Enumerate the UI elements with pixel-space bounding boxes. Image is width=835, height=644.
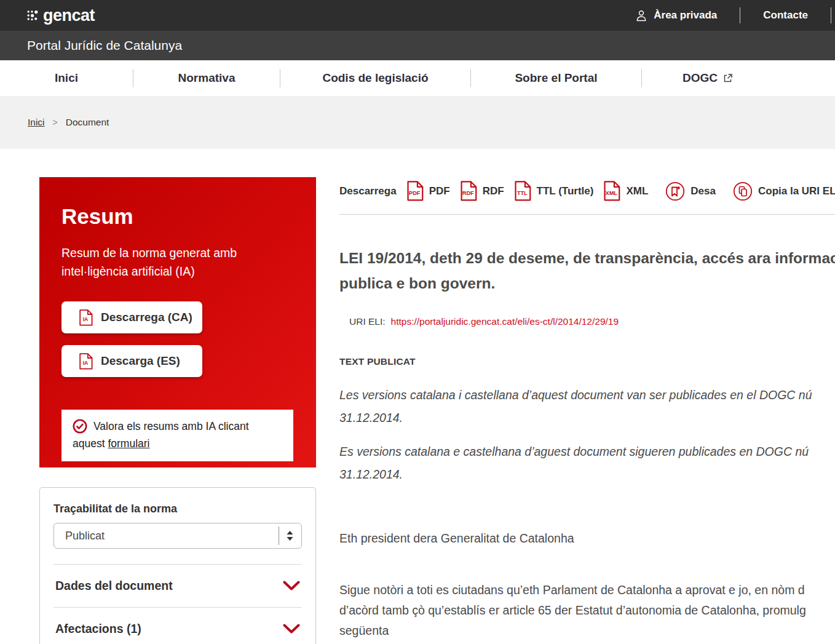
chevron-down-icon: [283, 581, 300, 591]
utility-separator: [831, 7, 831, 23]
nav-normativa[interactable]: Normativa: [133, 69, 280, 87]
svg-text:PDF: PDF: [409, 190, 421, 196]
external-link-icon: [723, 73, 733, 83]
paragraph-sigue: Sigue notòri a toti es ciutadans qu’eth …: [339, 580, 835, 641]
formulari-link[interactable]: formulari: [108, 437, 149, 450]
bookmark-add-icon: [665, 181, 685, 201]
download-pdf-link[interactable]: PDF PDF: [407, 181, 450, 201]
select-spinner[interactable]: [279, 527, 294, 545]
svg-text:RDF: RDF: [462, 190, 473, 196]
uri-eli-row: URI ELI:https://portaljuridic.gencat.cat…: [349, 316, 835, 327]
notice-aranese: Es versions catalana e castelhana d’ague…: [339, 440, 835, 486]
copy-icon: [733, 181, 753, 201]
ttl-file-icon: TTL: [515, 181, 531, 201]
breadcrumb-inici-link[interactable]: Inici: [28, 117, 45, 128]
area-privada-label: Àrea privada: [654, 9, 717, 22]
paragraph-president: Eth president dera Generalitat de Catalo…: [339, 531, 835, 546]
svg-text:IA: IA: [83, 360, 89, 366]
divider: [339, 214, 835, 215]
breadcrumb-current: Document: [66, 117, 109, 128]
valora-box: Valora els resums amb IA clicant aquest …: [61, 410, 293, 461]
desa-button[interactable]: Desa: [665, 181, 716, 201]
gencat-logo[interactable]: gencat: [27, 7, 95, 24]
nav-dogc[interactable]: DOGC: [642, 69, 774, 87]
site-title[interactable]: Portal Jurídic de Catalunya: [27, 38, 182, 53]
gencat-dots-icon: [27, 9, 39, 22]
user-icon: [635, 9, 647, 22]
svg-text:IA: IA: [83, 316, 89, 322]
tracabilitat-title: Traçabilitat de la norma: [53, 503, 302, 515]
resum-description: Resum de la norma generat amb intel·ligè…: [61, 244, 267, 280]
descarrega-ca-button[interactable]: IA Descarrega (CA): [61, 301, 202, 333]
svg-text:XML: XML: [606, 190, 618, 196]
notice-catalan: Les versions catalana i castellana d’aqu…: [339, 384, 835, 429]
resum-download-buttons: IA Descarrega (CA) IA Descarga (ES): [61, 301, 294, 377]
ia-file-icon: IA: [79, 309, 93, 326]
rdf-file-icon: RDF: [461, 181, 477, 201]
text-publicat-heading: TEXT PUBLICAT: [339, 356, 835, 367]
section-afectacions[interactable]: Afectacions (1): [53, 608, 302, 644]
resum-title: Resum: [61, 204, 294, 229]
site-title-bar: Portal Jurídic de Catalunya: [0, 31, 835, 60]
main-nav: Inici Normativa Codis de legislació Sobr…: [0, 60, 835, 96]
uri-eli-label: URI ELI:: [349, 316, 386, 327]
document-title: LEI 19/2014, deth 29 de deseme, de trans…: [339, 245, 835, 296]
chevron-down-icon: [283, 624, 300, 634]
main-content: Resum Resum de la norma generat amb inte…: [0, 149, 835, 644]
area-privada-link[interactable]: Àrea privada: [612, 9, 740, 22]
nav-codis-legislacio[interactable]: Codis de legislació: [280, 69, 471, 87]
pdf-file-icon: PDF: [407, 181, 424, 201]
gencat-logo-text: gencat: [43, 7, 95, 24]
breadcrumb: Inici > Document: [0, 96, 835, 149]
breadcrumb-chevron-icon: >: [53, 117, 58, 127]
estat-select[interactable]: Publicat: [53, 523, 302, 549]
select-arrows-icon: [286, 530, 294, 541]
contacte-link[interactable]: Contacte: [740, 9, 831, 22]
descarrega-label: Descarrega: [339, 185, 397, 197]
check-circle-icon: [73, 419, 87, 434]
ia-file-icon: IA: [79, 353, 93, 370]
download-ttl-link[interactable]: TTL TTL (Turtle): [515, 181, 594, 201]
estat-select-value: Publicat: [65, 530, 105, 543]
document-column: Descarrega PDF PDF RDF RDF: [339, 177, 835, 641]
contacte-label: Contacte: [763, 9, 808, 22]
uri-eli-link[interactable]: https://portaljuridic.gencat.cat/eli/es-…: [391, 316, 619, 327]
download-rdf-link[interactable]: RDF RDF: [461, 181, 504, 201]
svg-text:TTL: TTL: [516, 190, 527, 196]
utility-bar: gencat Àrea privada Contacte: [0, 0, 835, 31]
xml-file-icon: XML: [604, 181, 620, 201]
nav-sobre-el-portal[interactable]: Sobre el Portal: [471, 69, 642, 87]
nav-inici[interactable]: Inici: [0, 69, 133, 87]
copy-uri-eli-button[interactable]: Copia la URI ELI: [733, 181, 835, 201]
valora-text: Valora els resums amb IA clicant aquest: [73, 420, 249, 450]
descarga-es-button[interactable]: IA Descarga (ES): [61, 345, 202, 377]
section-dades-del-document[interactable]: Dades del document: [53, 565, 302, 607]
tracabilitat-card: Traçabilitat de la norma Publicat Dades …: [39, 487, 316, 644]
resum-panel: Resum Resum de la norma generat amb inte…: [39, 177, 316, 467]
sidebar: Resum Resum de la norma generat amb inte…: [39, 177, 316, 644]
download-xml-link[interactable]: XML XML: [604, 181, 648, 201]
download-toolbar: Descarrega PDF PDF RDF RDF: [339, 181, 835, 201]
utility-links: Àrea privada Contacte: [612, 7, 831, 23]
